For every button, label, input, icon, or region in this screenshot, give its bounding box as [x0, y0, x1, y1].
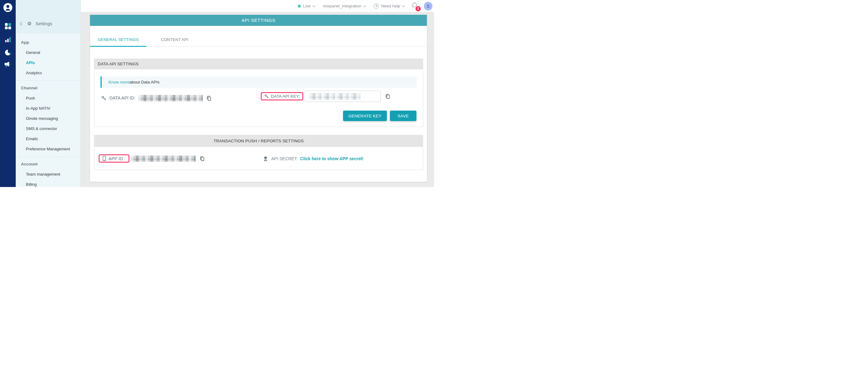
data-api-key-label: DATA API KEY:	[271, 94, 300, 99]
tab-content-api[interactable]: CONTENT API	[147, 37, 203, 46]
copy-data-api-id-button[interactable]	[207, 96, 212, 101]
settings-sidebar: ⚙ Settings App General APIs Analytics Ch…	[16, 0, 81, 187]
sidebar-item-apis[interactable]: APIs	[16, 58, 81, 68]
data-api-key-input[interactable]	[305, 91, 381, 102]
sidebar-section-app: App	[16, 38, 81, 47]
live-label: Live	[303, 4, 311, 8]
sidebar-item-preference-management[interactable]: Preference Management	[16, 144, 81, 154]
sidebar-item-sms-connector[interactable]: SMS & connector	[16, 124, 81, 134]
notification-badge: 2	[415, 6, 421, 11]
sidebar-item-billing[interactable]: Billing	[16, 179, 81, 187]
copy-icon	[200, 156, 205, 161]
key-icon	[264, 94, 269, 99]
topbar: Live mixpanel_integration ? Need help 2 …	[81, 0, 434, 12]
gear-icon: ⚙	[27, 21, 31, 26]
data-api-id-value-redacted	[138, 95, 203, 101]
data-api-key-highlight: DATA API KEY:	[261, 92, 303, 100]
data-api-settings-body: Know more about Data APIs DATA API ID:	[94, 69, 423, 127]
transaction-reports-body: APP ID :	[94, 147, 423, 170]
brand-logo-icon[interactable]	[0, 3, 16, 12]
help-menu[interactable]: ? Need help	[374, 3, 404, 9]
app-id-value-redacted	[131, 156, 196, 162]
data-api-id-label: DATA API ID:	[110, 96, 135, 100]
copy-icon	[207, 96, 212, 101]
app-window: ⚙ Settings App General APIs Analytics Ch…	[0, 0, 434, 187]
sidebar-title: Settings	[35, 21, 52, 26]
pie-chart-icon[interactable]	[0, 49, 16, 56]
transaction-reports-section: TRANSACTION PUSH / REPORTS SETTINGS APP …	[94, 135, 423, 170]
key-icon	[101, 96, 106, 101]
bar-chart-icon[interactable]	[0, 37, 16, 42]
spy-icon	[263, 156, 268, 161]
sidebar-header: ⚙ Settings	[16, 0, 81, 33]
save-button[interactable]: SAVE	[390, 111, 416, 121]
project-switcher[interactable]: mixpanel_integration	[323, 4, 366, 8]
sidebar-item-analytics[interactable]: Analytics	[16, 68, 81, 78]
tab-bar: GENERAL SETTINGS CONTENT API	[90, 26, 427, 46]
know-more-text: about Data APIs	[129, 80, 160, 84]
sidebar-item-emails[interactable]: Emails	[16, 134, 81, 144]
dashboard-grid-icon[interactable]	[0, 23, 16, 30]
data-api-settings-section: DATA API SETTINGS Know more about Data A…	[94, 59, 423, 127]
question-mark-icon: ?	[374, 3, 379, 9]
data-api-id-row: DATA API ID:	[101, 94, 212, 102]
icon-rail	[0, 0, 16, 187]
section-title: TRANSACTION PUSH / REPORTS SETTINGS	[94, 135, 423, 147]
sidebar-section-channel: Channel	[16, 83, 81, 93]
show-app-secret-link[interactable]: Click here to show APP secret!	[300, 156, 364, 161]
api-settings-card: API SETTINGS GENERAL SETTINGS CONTENT AP…	[90, 15, 427, 182]
notifications-button[interactable]: 2	[411, 2, 418, 10]
sidebar-divider	[16, 80, 81, 81]
copy-data-api-key-button[interactable]	[385, 94, 390, 99]
project-label: mixpanel_integration	[323, 4, 362, 8]
know-more-banner: Know more about Data APIs	[100, 76, 417, 88]
sidebar-nav: App General APIs Analytics Channel Push …	[16, 33, 81, 187]
data-api-key-group: DATA API KEY:	[261, 91, 390, 102]
copy-icon	[385, 94, 390, 99]
sidebar-back-row[interactable]: ⚙ Settings	[20, 21, 53, 26]
app-id-highlight: APP ID :	[99, 154, 129, 163]
tab-general-settings[interactable]: GENERAL SETTINGS	[90, 37, 147, 46]
data-api-key-value-redacted	[308, 93, 360, 100]
sidebar-item-inapp-nativ[interactable]: In-App NATIV	[16, 103, 81, 113]
sidebar-section-account: Account	[16, 159, 81, 169]
environment-switcher[interactable]: Live	[298, 4, 315, 8]
page-title: API SETTINGS	[90, 15, 427, 26]
data-api-actions: GENERATE KEY SAVE	[343, 111, 416, 121]
help-label: Need help	[381, 4, 400, 8]
app-id-label: APP ID :	[108, 156, 125, 161]
api-secret-row: API SECRET: Click here to show APP secre…	[263, 155, 364, 162]
sidebar-divider	[16, 157, 81, 157]
app-id-row: APP ID :	[99, 154, 205, 163]
back-chevron-icon[interactable]	[20, 22, 24, 26]
know-more-link[interactable]: Know more	[108, 80, 129, 84]
sidebar-item-team-management[interactable]: Team management	[16, 169, 81, 179]
sidebar-item-onsite-messaging[interactable]: Onsite messaging	[16, 113, 81, 124]
mobile-phone-icon	[103, 156, 106, 161]
sidebar-item-general[interactable]: General	[16, 47, 81, 58]
megaphone-icon[interactable]	[0, 61, 16, 67]
sidebar-item-push[interactable]: Push	[16, 93, 81, 103]
chevron-down-icon	[363, 4, 366, 7]
copy-app-id-button[interactable]	[200, 156, 205, 161]
api-secret-label: API SECRET:	[271, 156, 298, 161]
chevron-down-icon	[402, 4, 405, 7]
generate-key-button[interactable]: GENERATE KEY	[343, 111, 387, 121]
section-title: DATA API SETTINGS	[94, 59, 423, 69]
chevron-down-icon	[312, 4, 315, 7]
live-status-dot	[298, 5, 301, 8]
user-avatar[interactable]: S	[424, 2, 432, 10]
